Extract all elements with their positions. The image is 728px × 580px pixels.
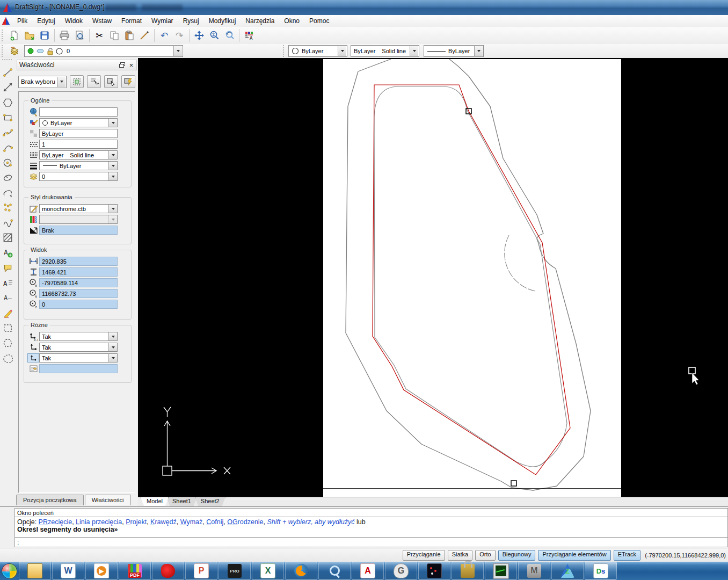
arc-tool[interactable] [1,140,14,155]
menu-edytuj[interactable]: Edytuj [32,16,60,26]
ellipse-tool[interactable] [1,170,14,185]
line-weight-combo[interactable]: ByLayer [424,45,484,57]
select-window-button[interactable] [104,75,118,88]
close-panel-icon[interactable]: × [127,61,135,69]
taskbar-excel[interactable]: X [252,562,284,580]
ucs-origin-field[interactable]: Tak [39,332,118,341]
cmd-option-c[interactable]: Cofnij [206,518,223,526]
layer-combo-dropdown[interactable] [173,46,182,56]
cmd-option-w[interactable]: Wymaż [180,518,203,526]
select-rectangle-tool[interactable] [1,320,14,335]
cmd-option-pr[interactable]: PRzecięcie [39,518,72,526]
command-window-header[interactable]: Okno poleceń [14,508,728,517]
selection-combo-dropdown[interactable] [57,77,65,87]
menu-modyfikuj[interactable]: Modyfikuj [204,16,241,26]
ucs-axes-dropdown[interactable] [108,343,117,351]
linestyle-combo-dropdown[interactable] [410,46,418,56]
copy-button[interactable] [107,28,122,43]
spline-tool[interactable] [1,125,14,140]
layers-manager-button[interactable] [7,44,22,59]
cmd-option-og[interactable]: OGrodzenie [227,518,263,526]
status-przyciąganie-elementów[interactable]: Przyciąganie elementów [538,550,610,561]
taskbar-powerpoint[interactable]: P [185,562,217,580]
save-button[interactable] [37,28,52,43]
ellipse-arc-tool[interactable] [1,185,14,200]
taskbar-redapp[interactable] [152,562,184,580]
palette-grip[interactable] [2,59,12,63]
taskbar-autocad[interactable]: A [352,562,384,580]
line-style-combo[interactable]: ByLayer Solid line [351,45,419,57]
status-etrack[interactable]: ETrack [614,550,640,561]
new-file-button[interactable] [7,28,22,43]
simple-note-tool[interactable]: A [1,290,14,305]
taskbar-zapp[interactable]: Z [551,562,584,580]
cmd-option-shift-extend[interactable]: Shift + wybierz, aby wydłużyć [267,518,355,526]
annotation-tool[interactable]: A [1,245,14,260]
print-style-dropdown[interactable] [108,205,117,213]
toolbar-grip[interactable] [2,45,5,57]
tab-sheet1[interactable]: Sheet1 [166,497,197,507]
status-przyciąganie[interactable]: Przyciąganie [403,550,445,561]
zoom-previous-button[interactable] [222,28,237,43]
redo-button[interactable]: ↷ [172,28,187,43]
point-tool[interactable] [1,200,14,215]
toolbar-grip[interactable] [2,30,5,41]
menu-rysuj[interactable]: Rysuj [178,16,204,26]
format-painter-button[interactable] [137,28,152,43]
menu-format[interactable]: Format [117,16,147,26]
freehand-tool[interactable] [1,215,14,230]
tab-sheet2[interactable]: Sheet2 [195,497,225,507]
taskbar-dotsapp[interactable] [418,562,450,580]
status-orto[interactable]: Orto [475,550,495,561]
infinite-line-tool[interactable] [1,79,14,95]
select-cloud-tool[interactable] [1,350,14,365]
color-combo-dropdown[interactable] [338,46,346,56]
taskbar-proapp[interactable]: PRO [219,562,251,580]
tab-properties[interactable]: Właściwości [85,495,131,505]
print-style-table-field[interactable]: monochrome.ctb [39,204,118,213]
toolbar-grip[interactable] [283,45,287,57]
zoom-dynamic-button[interactable] [207,28,222,43]
quick-select-button[interactable] [121,75,135,88]
highlight-entities-button[interactable] [87,75,101,88]
taskbar-monitor[interactable] [485,562,517,580]
float-panel-icon[interactable] [118,61,126,69]
selection-combo[interactable]: Brak wyboru [18,76,67,88]
hatch-tool[interactable] [1,230,14,245]
layer-field[interactable]: 0 [39,172,118,181]
ucs-view-dropdown[interactable] [108,354,117,362]
color-field[interactable]: ByLayer [39,118,118,127]
menu-wymiar[interactable]: Wymiar [147,16,178,26]
menu-widok[interactable]: Widok [60,16,88,26]
hyperlink-field[interactable] [39,107,118,117]
line-tool[interactable] [1,64,14,79]
taskbar-firefox[interactable] [285,562,317,580]
polygon-tool[interactable] [1,95,14,110]
taskbar-explorer[interactable] [19,562,51,580]
start-button[interactable] [0,562,18,580]
taskbar-media[interactable]: ▶ [85,562,118,580]
color-field-dropdown[interactable] [108,119,117,127]
ucs-axes-field[interactable]: Tak [39,343,118,352]
print-preview-button[interactable] [72,28,87,43]
text-tool[interactable]: A [1,275,14,290]
lineweight-combo-dropdown[interactable] [474,46,483,56]
properties-panel-header[interactable]: Właściwości × [17,60,137,70]
menu-plik[interactable]: Plik [12,16,32,26]
note-tool[interactable] [1,260,14,275]
circle-tool[interactable] [1,155,14,170]
taskbar-search[interactable] [318,562,351,580]
pan-button[interactable] [192,28,207,43]
taskbar-lockapp[interactable] [452,562,484,580]
lineweight-field[interactable]: ByLayer [39,161,118,170]
drawing-canvas[interactable] [138,58,728,497]
print-button[interactable] [57,28,72,43]
cmd-option-l[interactable]: Linia przecięcia [76,518,122,526]
transparency-field[interactable]: ByLayer [39,129,118,138]
select-polygon-tool[interactable] [1,335,14,350]
paste-button[interactable] [122,28,137,43]
menu-pomoc[interactable]: Pomoc [304,16,334,26]
tab-model[interactable]: Model [141,497,169,507]
lineweight-field-dropdown[interactable] [108,162,117,170]
command-input[interactable]: : [14,538,728,547]
